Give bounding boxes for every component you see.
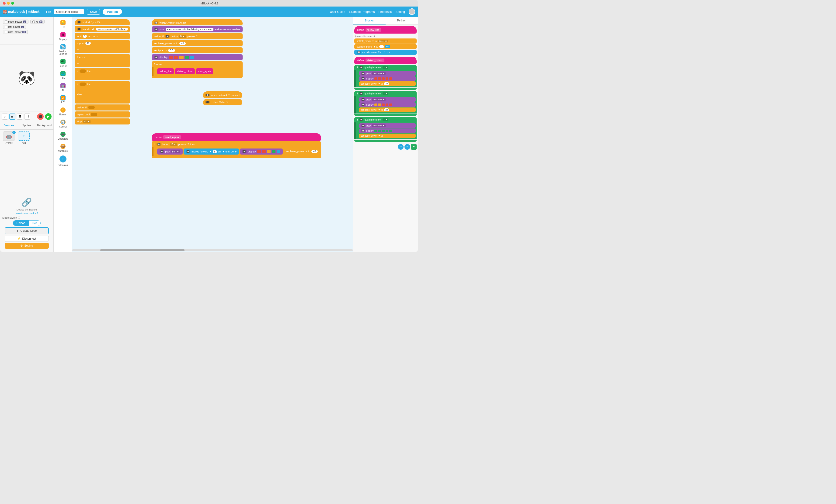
maximize-button[interactable]: [11, 2, 14, 5]
block-wait-value[interactable]: 1: [83, 35, 87, 38]
file-menu[interactable]: File: [46, 10, 51, 14]
quad-3-dd[interactable]: 1 ▼: [383, 118, 388, 121]
tab-sprites[interactable]: Sprites: [18, 122, 35, 129]
cat-lan[interactable]: 🌐 LAN: [55, 70, 71, 81]
block-repeat-value[interactable]: 10: [86, 42, 91, 45]
upload-code-button[interactable]: ⬆ Upload Code: [5, 227, 49, 234]
block-display-right-3[interactable]: 🔲 display: [359, 129, 416, 133]
block-encoder-motor[interactable]: 🔲 encoder motor EM1 ↺ rota: [354, 50, 417, 55]
block-b-dd[interactable]: B ▼: [170, 143, 177, 146]
quad-1-dd[interactable]: 1 ▼: [383, 66, 388, 69]
device-delete-btn[interactable]: ✕: [12, 131, 16, 134]
block-repeat-until[interactable]: repeat until: [75, 112, 130, 117]
cat-operators[interactable]: ➕ Operators: [55, 130, 71, 141]
tab-devices[interactable]: Devices: [0, 122, 18, 129]
cat-variables[interactable]: 📦 Variables: [55, 142, 71, 154]
block-set-bp-r3[interactable]: set base_power ▼ to: [359, 134, 416, 138]
block-forever-header[interactable]: forever: [152, 61, 243, 67]
block-stop[interactable]: stop all ▼: [75, 118, 130, 124]
canvas-scrollbar-h[interactable]: [72, 249, 353, 251]
cat-extension-btn[interactable]: +: [59, 155, 66, 162]
var-left-power-checkbox[interactable]: [5, 26, 7, 28]
block-print-text[interactable]: Press B to start color line following an…: [166, 28, 213, 31]
block-set-kp[interactable]: set kp ▼ to 0.5: [152, 47, 243, 53]
block-set-right-power[interactable]: set right_power ▼ to -1 </>: [354, 44, 417, 49]
device-cyberpi[interactable]: 🤖 ✕ CyberPi: [2, 132, 16, 144]
block-print[interactable]: 🔲 print Press B to start color line foll…: [152, 26, 243, 33]
feedback-link[interactable]: Feedback: [378, 10, 392, 14]
block-moves-forward[interactable]: 🔲 moves forward ▼ 5 cm ▼ until done: [184, 149, 239, 155]
block-restart-cyberpi[interactable]: ⬛ restart CyberPi: [75, 19, 130, 25]
zoom-reset-btn[interactable]: =: [411, 144, 417, 150]
block-if-quad-2[interactable]: if 🔲 quad rgb sensor 1 ▼: [354, 91, 417, 96]
right-tab-python[interactable]: Python: [385, 17, 418, 24]
block-set-bp-r1[interactable]: set base_power ▼ to 30: [359, 81, 416, 86]
minimize-button[interactable]: [7, 2, 10, 5]
block-stop-dd[interactable]: all ▼: [83, 120, 91, 123]
block-if[interactable]: if then: [75, 68, 130, 74]
stop-button[interactable]: ⬛: [37, 113, 44, 120]
cat-control[interactable]: 🔄 Control: [55, 118, 71, 129]
block-insert-code[interactable]: ⬛ insert code cyberpi.console.print("hel…: [75, 26, 130, 32]
cat-events[interactable]: ⚡ Events: [55, 106, 71, 117]
run-button[interactable]: ▶: [45, 113, 52, 120]
zoom-out-btn[interactable]: ↷: [404, 144, 410, 150]
block-kp-value[interactable]: 0.5: [168, 49, 175, 52]
block-if-b-header[interactable]: if 🔲 button B ▼ pressed? then: [152, 141, 321, 147]
stage-list-icon[interactable]: ☰: [17, 114, 23, 120]
add-device-card[interactable]: + Add: [18, 132, 30, 144]
save-button[interactable]: Save: [87, 9, 100, 15]
block-bp-value[interactable]: 40: [179, 42, 186, 45]
close-button[interactable]: [3, 2, 5, 5]
filename-input[interactable]: [54, 9, 84, 14]
stage-dots-icon[interactable]: ⋮⋮: [24, 114, 30, 120]
live-mode-btn[interactable]: Live: [29, 220, 40, 226]
cat-display[interactable]: 🖥 Display: [55, 31, 71, 42]
block-ifelse[interactable]: if then: [75, 81, 130, 87]
stage-expand-icon[interactable]: ⤢: [2, 114, 8, 120]
block-iron-dd[interactable]: iron ▼: [171, 150, 180, 153]
cat-led[interactable]: 💡 LED: [55, 19, 71, 30]
block-detect-colors[interactable]: detect_colors: [175, 68, 195, 74]
clockwork-3-dd[interactable]: clockwork ▼: [372, 124, 385, 127]
block-wait-until[interactable]: wait until: [75, 104, 130, 111]
block-set-base-power[interactable]: set base_power ▼ to 40: [152, 40, 243, 46]
block-play-clockwork-3[interactable]: 🔲 play clockwork ▼: [359, 123, 416, 128]
block-wait-until-btn[interactable]: wait until 🔲 button B ▼ pressed?: [152, 33, 243, 39]
block-set-bp2[interactable]: set base_power ▼ to 40: [284, 148, 320, 154]
block-when-cyberpi-starts[interactable]: 🔲 when CyberPi starts up: [152, 19, 243, 25]
upload-mode-btn[interactable]: Upload: [13, 220, 28, 226]
user-avatar[interactable]: [408, 8, 415, 15]
clockwork-2-dd[interactable]: clockwork ▼: [372, 98, 385, 101]
block-play-clockwork-2[interactable]: 🔲 play clockwork ▼: [359, 97, 416, 102]
cat-iot[interactable]: 📶 IoT: [55, 94, 71, 105]
block-if-quad-1[interactable]: if 🔲 quad rgb sensor 1 ▼: [354, 65, 417, 70]
stage-grid-icon[interactable]: ⊞: [10, 114, 15, 120]
block-set-left-power[interactable]: set left_power ▼ to base_po: [354, 38, 417, 44]
add-device-btn[interactable]: +: [18, 132, 30, 141]
setting-link[interactable]: Setting: [396, 10, 405, 14]
define-follow-line-block[interactable]: define follow_line: [354, 26, 417, 34]
setting-button[interactable]: ⚙ Setting: [5, 243, 49, 249]
canvas-scrollbar-thumb[interactable]: [100, 249, 185, 251]
block-forever[interactable]: forever: [75, 54, 130, 60]
publish-button[interactable]: Publish: [102, 9, 122, 15]
cat-ai[interactable]: 🤖 AI: [55, 82, 71, 93]
zoom-in-btn[interactable]: ↶: [398, 144, 403, 150]
block-wait[interactable]: wait 1 seconds: [75, 33, 130, 39]
how-to-use-link[interactable]: How to use device?: [2, 212, 51, 215]
disconnect-button[interactable]: ⚡ Disconnect: [5, 236, 49, 242]
right-tab-blocks[interactable]: Blocks: [353, 17, 385, 24]
cat-sensing[interactable]: 👁 Sensing: [55, 58, 71, 69]
var-base-power-checkbox[interactable]: [5, 20, 7, 23]
block-code-input[interactable]: cyberpi.console.print("hello wo: [96, 28, 128, 31]
block-play-iron[interactable]: 🔲 play iron ▼: [157, 149, 183, 155]
block-define-start-again-hat[interactable]: define start_again: [152, 133, 321, 141]
block-btn-dd[interactable]: B ▼: [179, 35, 186, 38]
cat-motion-sensing[interactable]: 📡 Motion Sensing: [55, 43, 71, 57]
block-if-quad-3[interactable]: if 🔲 quad rgb sensor 1 ▼: [354, 117, 417, 122]
var-kp-checkbox[interactable]: [33, 20, 35, 23]
block-bp2-value[interactable]: 40: [311, 150, 318, 153]
block-play-clockwork-1[interactable]: 🔲 play clockwork ▼: [359, 71, 416, 76]
tab-background[interactable]: Background: [36, 122, 53, 129]
